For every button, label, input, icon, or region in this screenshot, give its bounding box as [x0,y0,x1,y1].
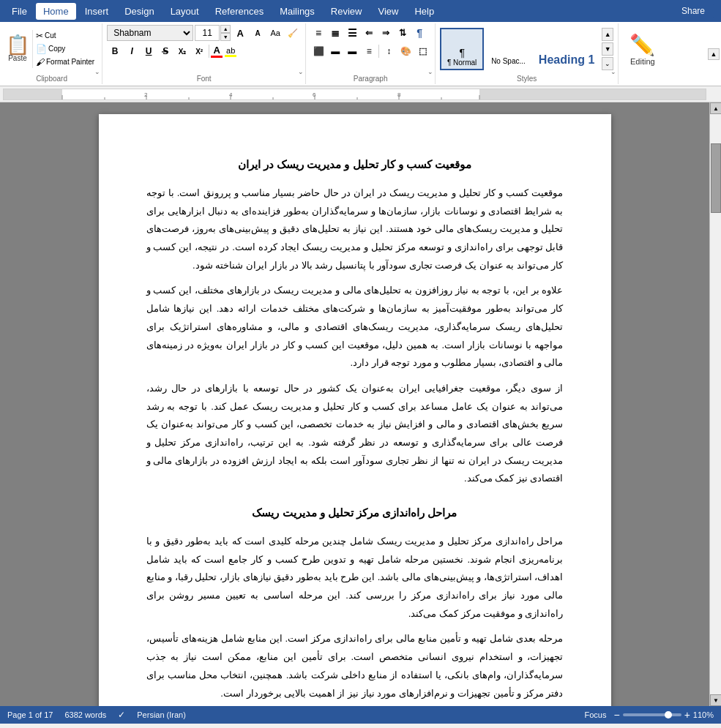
editing-label: Editing [630,57,655,66]
paragraph-group: ≡ ≣ ☰ ⇐ ⇒ ⇅ ¶ ⬛ ▬ ▬ ≡ ↕ 🎨 ⬚ Paragraph ⌄ [306,23,436,84]
menu-item-insert[interactable]: Insert [78,3,116,20]
styles-up-button[interactable]: ▲ [602,28,613,41]
cut-button[interactable]: ✂ Cut [34,30,96,42]
section1-para2: علاوه بر این، با توجه به نیاز روزافزون ب… [146,282,564,372]
paragraph-expand[interactable]: ⌄ [427,68,433,75]
font-color-button[interactable]: A [211,45,223,58]
show-marks-button[interactable]: ¶ [411,25,427,41]
sort-button[interactable]: ⇅ [395,25,411,41]
document-area: موقعیت کسب و کار تحلیل و مدیریت ریسک در … [0,102,721,706]
underline-button[interactable]: U [141,43,157,59]
vertical-scrollbar[interactable]: ▲ ▼ [709,102,721,706]
styles-group: ¶ ¶ Normal No Spac... Heading 1 ▲ ▼ ⌄ St… [436,23,619,84]
share-button[interactable]: Share [673,3,714,19]
menu-item-design[interactable]: Design [117,3,161,20]
copy-button[interactable]: 📄 Copy [34,43,96,55]
justify-button[interactable]: ≡ [361,43,377,59]
zoom-slider[interactable] [623,713,681,716]
shading-button[interactable]: 🎨 [397,43,414,59]
focus-button[interactable]: Focus [585,710,607,719]
change-case-button[interactable]: Aa [267,25,283,41]
section1-heading: موقعیت کسب و کار تحلیل و مدیریت ریسک در … [146,154,564,174]
menu-item-review[interactable]: Review [324,3,370,20]
menu-item-mailings[interactable]: Mailings [272,3,322,20]
numbering-button[interactable]: ≣ [327,25,343,41]
menu-item-help[interactable]: Help [407,3,441,20]
border-button[interactable]: ⬚ [414,43,430,59]
zoom-out-button[interactable]: − [613,709,619,721]
word-count: 6382 words [64,710,106,719]
menu-item-references[interactable]: References [208,3,271,20]
styles-scroll[interactable]: ▲ ▼ ⌄ [602,28,613,70]
section1-para1: موقعیت کسب و کار تحلیل و مدیریت ریسک در … [146,184,564,274]
font-group: Shabnam ▲ ▼ A A Aa 🧹 B I U S̶ X₂ X² A [102,23,306,84]
track-icon: ✓ [118,710,125,720]
font-size-up[interactable]: ▲ [220,25,231,33]
svg-text:4: 4 [229,91,233,98]
superscript-button[interactable]: X² [191,43,207,59]
status-bar: Page 1 of 17 6382 words ✓ Persian (Iran)… [0,706,721,724]
scroll-track [710,114,721,694]
italic-button[interactable]: I [124,43,140,59]
highlight-button[interactable]: ab [225,46,236,57]
font-expand[interactable]: ⌄ [298,68,304,75]
bold-button[interactable]: B [107,43,123,59]
strikethrough-button[interactable]: S̶ [157,43,173,59]
section2-para1: مراحل راه‌اندازی مرکز تحلیل و مدیریت ریس… [146,533,564,623]
editing-icon: ✏️ [630,33,655,57]
section2-para2: مرحله بعدی شامل تهیه و تأمین منابع مالی … [146,630,564,702]
font-family-select[interactable]: Shabnam [107,25,193,41]
font-size-down[interactable]: ▼ [220,33,231,41]
paste-button[interactable]: 📋 Paste [3,30,33,68]
ribbon-scroll-up[interactable]: ▲ [708,48,720,60]
ruler: 2 4 6 8 [0,86,721,102]
page-indicator: Page 1 of 17 [7,710,53,719]
section2-heading: مراحل راه‌اندازی مرکز تحلیل و مدیریت ریس… [146,503,564,522]
bullets-button[interactable]: ≡ [310,25,326,41]
menu-item-file[interactable]: File [4,3,34,20]
font-shrink-button[interactable]: A [250,25,266,41]
language-indicator: Persian (Iran) [137,710,186,719]
editing-group: ✏️ Editing [619,23,666,84]
svg-text:2: 2 [144,91,148,98]
style-no-spacing[interactable]: No Spac... [485,28,531,70]
scroll-down-button[interactable]: ▼ [710,694,721,706]
svg-rect-1 [62,89,479,100]
menu-item-home[interactable]: Home [36,3,76,20]
svg-text:8: 8 [397,91,401,98]
decrease-indent-button[interactable]: ⇐ [361,25,377,41]
ribbon: 📋 Paste ✂ Cut 📄 Copy 🖌 Format Painter Cl… [0,22,721,86]
clipboard-group: 📋 Paste ✂ Cut 📄 Copy 🖌 Format Painter Cl… [1,23,102,84]
svg-text:6: 6 [313,91,316,98]
styles-down-button[interactable]: ▼ [602,42,613,56]
page: موقعیت کسب و کار تحلیل و مدیریت ریسک در … [99,114,611,706]
styles-settings[interactable]: ⌄ [610,68,616,75]
menu-item-layout[interactable]: Layout [163,3,206,20]
clear-format-button[interactable]: 🧹 [285,25,301,41]
scroll-up-button[interactable]: ▲ [710,102,721,114]
clipboard-expand[interactable]: ⌄ [94,68,100,75]
zoom-level[interactable]: 110% [693,710,714,719]
increase-indent-button[interactable]: ⇒ [378,25,394,41]
menu-bar: File Home Insert Design Layout Reference… [0,0,721,22]
font-grow-button[interactable]: A [232,25,248,41]
align-right-button[interactable]: ▬ [344,43,360,59]
scroll-thumb[interactable] [711,143,721,213]
menu-item-view[interactable]: View [370,3,406,20]
align-left-button[interactable]: ⬛ [310,43,326,59]
font-size-input[interactable] [195,25,220,41]
align-center-button[interactable]: ▬ [327,43,343,59]
section1-para3: از سوی دیگر، موقعیت جغرافیایی ایران به‌ع… [146,380,564,488]
multilevel-button[interactable]: ☰ [344,25,360,41]
subscript-button[interactable]: X₂ [174,43,190,59]
zoom-in-button[interactable]: + [684,709,690,721]
style-heading1[interactable]: Heading 1 [533,28,600,70]
style-normal[interactable]: ¶ ¶ Normal [440,28,484,70]
line-spacing-button[interactable]: ↕ [381,43,397,59]
format-painter-button[interactable]: 🖌 Format Painter [34,56,96,68]
